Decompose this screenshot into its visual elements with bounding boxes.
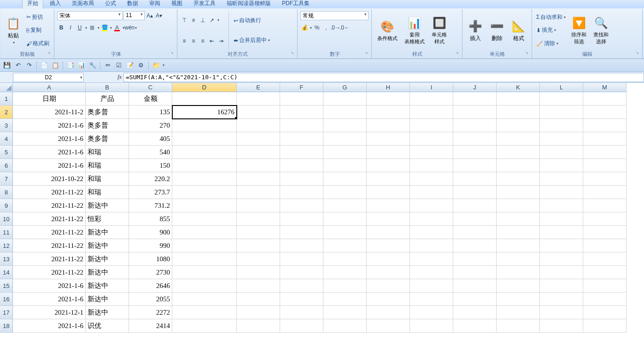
cell-I6[interactable] [410,159,453,172]
cell-L13[interactable] [540,252,583,266]
cell-J5[interactable] [453,146,497,159]
cell-A12[interactable]: 2021-11-22 [13,239,86,252]
cell-I13[interactable] [410,252,453,266]
cell-I4[interactable] [410,132,453,146]
cell-M17[interactable] [583,306,626,319]
cell-K7[interactable] [497,172,540,186]
cell-A17[interactable]: 2021-12-1 [13,306,86,319]
menu-tab-7[interactable]: 开发工具 [189,0,220,8]
cell-I12[interactable] [410,239,453,252]
align-middle-icon[interactable]: ≡ [189,16,198,24]
cell-K8[interactable] [497,186,540,199]
menu-tab-2[interactable]: 页面布局 [67,0,99,8]
cell-L8[interactable] [540,186,583,199]
col-header-M[interactable]: M [583,83,626,92]
col-header-B[interactable]: B [86,83,129,92]
cell-D16[interactable] [172,293,237,306]
menu-tab-3[interactable]: 公式 [100,0,121,8]
cell-L1[interactable] [540,92,583,106]
qa-icon-7[interactable]: ☑ [114,61,124,70]
chevron-down-icon[interactable]: ▾ [217,18,219,22]
cell-A2[interactable]: 2021-11-2 [13,106,86,119]
cell-D5[interactable] [172,146,237,159]
cell-A15[interactable]: 2021-1-6 [13,279,86,293]
cell-M13[interactable] [583,252,626,266]
cell-B12[interactable]: 新达中 [86,239,129,252]
cell-K4[interactable] [497,132,540,146]
cell-J17[interactable] [453,306,497,319]
cell-styles-button[interactable]: 🔲 单元格 样式 [429,11,450,50]
cell-I17[interactable] [410,306,453,319]
cell-E6[interactable] [237,159,280,172]
cell-F7[interactable] [280,172,323,186]
cell-E18[interactable] [237,319,280,333]
cell-M12[interactable] [583,239,626,252]
font-size-select[interactable]: 11 [123,11,145,20]
cell-D13[interactable] [172,252,237,266]
cell-F9[interactable] [280,199,323,212]
insert-button[interactable]: ➕ 插入 [465,11,486,50]
cell-A8[interactable]: 2021-11-22 [13,186,86,199]
cell-G9[interactable] [323,199,367,212]
chevron-down-icon[interactable]: ▾ [110,26,112,30]
cell-J7[interactable] [453,172,497,186]
col-header-I[interactable]: I [410,83,453,92]
cell-F12[interactable] [280,239,323,252]
cell-K5[interactable] [497,146,540,159]
cell-K9[interactable] [497,199,540,212]
cell-A10[interactable]: 2021-11-22 [13,212,86,226]
cell-B18[interactable]: 识优 [86,319,129,333]
clear-button[interactable]: 🧹 清除 ▾ [535,39,567,48]
cell-B4[interactable]: 奥多普 [86,132,129,146]
menu-tab-5[interactable]: 审阅 [145,0,165,8]
col-header-G[interactable]: G [323,83,367,92]
cell-G16[interactable] [323,293,367,306]
row-header-2[interactable]: 2 [0,106,13,119]
cell-D2[interactable]: 16276 [172,106,237,119]
cell-M10[interactable] [583,212,626,226]
cell-J18[interactable] [453,319,497,333]
cell-G12[interactable] [323,239,367,252]
cell-B3[interactable]: 奥多普 [86,119,129,132]
cell-D6[interactable] [172,159,237,172]
row-header-5[interactable]: 5 [0,146,13,159]
chevron-down-icon[interactable]: ▾ [135,26,137,30]
row-header-9[interactable]: 9 [0,199,13,212]
cell-J13[interactable] [453,252,497,266]
cell-M14[interactable] [583,266,626,279]
cell-K17[interactable] [497,306,540,319]
row-header-13[interactable]: 13 [0,252,13,266]
cell-F13[interactable] [280,252,323,266]
comma-icon[interactable]: , [322,23,330,32]
col-header-D[interactable]: D [172,83,237,92]
cell-J4[interactable] [453,132,497,146]
cell-H4[interactable] [367,132,410,146]
cell-H12[interactable] [367,239,410,252]
cell-J1[interactable] [453,92,497,106]
cell-C14[interactable]: 2730 [129,266,172,279]
cell-F14[interactable] [280,266,323,279]
cell-C6[interactable]: 150 [129,159,172,172]
wrap-text-button[interactable]: ↩ 自动换行 [232,16,271,25]
percent-icon[interactable]: % [313,23,321,32]
align-right-icon[interactable]: ≡ [199,37,207,45]
cell-K11[interactable] [497,226,540,239]
cell-M5[interactable] [583,146,626,159]
cell-E4[interactable] [237,132,280,146]
cell-I11[interactable] [410,226,453,239]
cell-D3[interactable] [172,119,237,132]
bold-button[interactable]: B [57,23,65,32]
cell-M18[interactable] [583,319,626,333]
cell-E7[interactable] [237,172,280,186]
cell-B16[interactable]: 新达中 [86,293,129,306]
cell-D7[interactable] [172,172,237,186]
font-color-button[interactable]: A [113,23,121,32]
cell-H8[interactable] [367,186,410,199]
cell-L10[interactable] [540,212,583,226]
find-select-button[interactable]: 🔍 查找和 选择 [591,11,611,50]
row-header-14[interactable]: 14 [0,266,13,279]
cell-G6[interactable] [323,159,367,172]
cell-B5[interactable]: 和瑞 [86,146,129,159]
cell-I5[interactable] [410,146,453,159]
cell-grid[interactable]: 日期产品金额2021-11-2奥多普135162762021-1-6奥多普270… [13,92,626,333]
